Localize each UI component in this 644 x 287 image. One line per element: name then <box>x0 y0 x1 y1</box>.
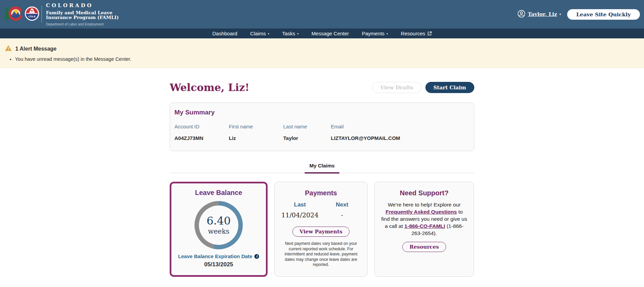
leave-balance-value: 6.40 <box>206 215 231 227</box>
phone-link[interactable]: 1-866-CO-FAMLI <box>404 223 445 229</box>
colorado-state-logo-icon <box>4 5 23 24</box>
next-payment-date: - <box>322 211 362 219</box>
nav-item-claims[interactable]: Claims ▾ <box>250 31 269 36</box>
need-support-card: Need Support? We’re here to help! Explor… <box>374 182 474 277</box>
leave-balance-title: Leave Balance <box>171 189 266 197</box>
cdle-logo-icon: CDLE <box>24 6 39 22</box>
leave-site-quickly-button[interactable]: Leave Site Quickly <box>567 9 640 20</box>
chevron-down-icon: ▾ <box>297 33 299 35</box>
chevron-down-icon: ▾ <box>268 33 269 35</box>
expiration-date-value: 05/13/2025 <box>171 261 266 268</box>
external-link-icon <box>427 31 432 36</box>
summary-field-email: Email LIZTAYLOR@YOPMAIL.COM <box>331 124 385 141</box>
resources-button[interactable]: Resources <box>402 242 446 252</box>
nav-item-tasks[interactable]: Tasks ▾ <box>282 31 299 36</box>
brand-logo-group: CDLE COLORADO Family and Medical Leave I… <box>4 3 119 26</box>
main-content: Welcome, Liz! View Drafts Start Claim My… <box>170 82 474 277</box>
brand-program-line2: Insurance Program (FAMLI) <box>46 15 119 20</box>
alert-message: You have unread message(s) in the Messag… <box>15 56 639 62</box>
summary-field-first-name: First name Liz <box>229 124 283 141</box>
main-navigation: Dashboard Claims ▾ Tasks ▾ Message Cente… <box>0 29 644 38</box>
payments-card: Payments Last 11/04/2024 Next - View Pay… <box>274 182 368 277</box>
last-payment-column: Last 11/04/2024 <box>279 201 320 219</box>
next-payment-column: Next - <box>322 201 362 219</box>
leave-balance-card[interactable]: Leave Balance 6.40 weeks Leave Balance E… <box>170 182 268 277</box>
last-payment-date: 11/04/2024 <box>279 211 320 219</box>
svg-text:CDLE: CDLE <box>28 15 36 18</box>
summary-field-last-name: Last name Taylor <box>283 124 331 141</box>
user-avatar-icon <box>518 10 525 19</box>
claims-tabs: My Claims <box>170 163 474 173</box>
user-name: Taylor, Liz <box>528 11 557 17</box>
my-summary-card: My Summary Account ID A04ZJ73MN First na… <box>170 103 474 151</box>
app-header: CDLE COLORADO Family and Medical Leave I… <box>0 0 644 29</box>
brand-department: Department of Labor and Employment <box>46 22 119 26</box>
view-payments-button[interactable]: View Payments <box>292 227 350 237</box>
nav-item-message-center[interactable]: Message Center <box>311 31 349 36</box>
chevron-down-icon: ▾ <box>559 13 561 16</box>
support-title: Need Support? <box>375 189 474 197</box>
nav-item-resources[interactable]: Resources <box>401 31 432 36</box>
page-title: Welcome, Liz! <box>170 82 372 93</box>
nav-item-payments[interactable]: Payments ▾ <box>362 31 388 36</box>
info-icon[interactable]: i <box>254 254 259 259</box>
user-menu[interactable]: Taylor, Liz ▾ <box>518 10 561 19</box>
nav-item-dashboard[interactable]: Dashboard <box>212 31 237 36</box>
faq-link[interactable]: Frequently Asked Questions <box>386 209 457 215</box>
alert-banner: 1 Alert Message You have unread message(… <box>0 38 644 68</box>
alert-title: 1 Alert Message <box>15 46 56 52</box>
support-body: We’re here to help! Explore our Frequent… <box>381 201 468 237</box>
summary-field-account-id: Account ID A04ZJ73MN <box>174 124 229 141</box>
logo-divider <box>41 6 42 23</box>
start-claim-button[interactable]: Start Claim <box>425 82 474 93</box>
payments-title: Payments <box>275 189 367 197</box>
payments-note: Next payment dates vary based on your cu… <box>280 241 362 268</box>
brand-name: COLORADO <box>46 3 119 8</box>
leave-balance-donut: 6.40 weeks <box>194 201 243 249</box>
warning-icon <box>5 45 12 53</box>
summary-title: My Summary <box>174 109 469 116</box>
leave-balance-unit: weeks <box>208 227 229 235</box>
brand-program-line1: Family and Medical Leave <box>46 10 119 15</box>
expiration-date-label: Leave Balance Expiration Date <box>178 253 252 259</box>
chevron-down-icon: ▾ <box>387 33 388 35</box>
view-drafts-button[interactable]: View Drafts <box>372 82 421 93</box>
tab-my-claims[interactable]: My Claims <box>305 163 339 174</box>
